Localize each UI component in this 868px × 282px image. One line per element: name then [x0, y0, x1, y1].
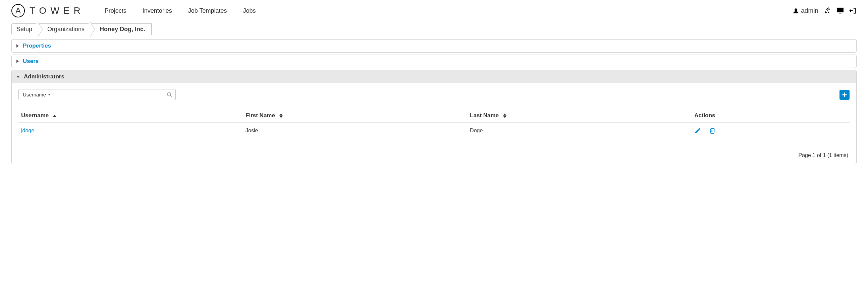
- breadcrumb-organizations[interactable]: Organizations: [39, 24, 92, 35]
- toolbar: Username: [19, 89, 849, 100]
- breadcrumb: Setup Organizations Honey Dog, Inc.: [11, 24, 857, 35]
- user-icon: [793, 8, 799, 14]
- panel-users-title: Users: [23, 58, 38, 65]
- nav-jobs[interactable]: Jobs: [243, 7, 256, 14]
- nav-projects[interactable]: Projects: [105, 7, 126, 14]
- breadcrumb-setup[interactable]: Setup: [11, 24, 39, 35]
- col-actions: Actions: [691, 109, 849, 122]
- caret-down-icon: [17, 76, 20, 78]
- panel-administrators-header[interactable]: Administrators: [12, 70, 856, 83]
- chevron-down-icon: [48, 94, 51, 96]
- panel-administrators-body: Username: [12, 83, 856, 164]
- svg-rect-6: [842, 94, 846, 95]
- caret-right-icon: [17, 44, 19, 47]
- breadcrumb-current[interactable]: Honey Dog, Inc.: [91, 24, 152, 35]
- panel-properties-title: Properties: [23, 42, 51, 49]
- trash-icon[interactable]: [709, 127, 716, 134]
- table-header-row: Username First Name Last Name Actio: [19, 109, 849, 122]
- panel-properties: Properties: [11, 39, 857, 52]
- row-first-name: Josie: [246, 128, 258, 133]
- panel-properties-header[interactable]: Properties: [12, 39, 856, 52]
- svg-line-4: [170, 96, 172, 97]
- sort-icon: [279, 113, 283, 118]
- caret-right-icon: [17, 60, 19, 63]
- row-actions: [694, 127, 847, 134]
- svg-rect-2: [839, 13, 841, 13]
- panel-administrators-title: Administrators: [24, 73, 64, 80]
- add-button[interactable]: [839, 90, 849, 100]
- filter-field-label: Username: [23, 92, 46, 98]
- search-icon[interactable]: [167, 92, 173, 98]
- panel-users-header[interactable]: Users: [12, 55, 856, 68]
- row-last-name: Doge: [470, 128, 483, 133]
- nav-inventories[interactable]: Inventories: [143, 7, 172, 14]
- col-last-name[interactable]: Last Name: [467, 109, 691, 122]
- nav-job-templates[interactable]: Job Templates: [188, 7, 227, 14]
- topbar: A TOWER Projects Inventories Job Templat…: [0, 0, 868, 20]
- sort-icon: [503, 113, 506, 118]
- pagination: Page 1 of 1 (1 items): [19, 152, 849, 158]
- monitor-icon[interactable]: [836, 7, 844, 14]
- row-username-link[interactable]: jdoge: [21, 128, 34, 133]
- logo-text: TOWER: [30, 5, 85, 16]
- panels: Properties Users Administrators Username: [11, 39, 857, 164]
- panel-administrators: Administrators Username: [11, 70, 857, 164]
- topbar-right: admin: [793, 7, 857, 14]
- edit-icon[interactable]: [694, 127, 701, 134]
- logout-icon[interactable]: [849, 7, 857, 14]
- setup-icon[interactable]: [824, 7, 831, 14]
- administrators-table: Username First Name Last Name Actio: [19, 109, 849, 139]
- table-row: jdoge Josie Doge: [19, 122, 849, 139]
- sort-asc-icon: [53, 115, 56, 117]
- main-nav: Projects Inventories Job Templates Jobs: [105, 7, 256, 14]
- logo-icon: A: [11, 4, 25, 17]
- col-first-name[interactable]: First Name: [243, 109, 467, 122]
- svg-rect-1: [837, 8, 843, 12]
- user-menu[interactable]: admin: [793, 7, 818, 14]
- panel-users: Users: [11, 55, 857, 68]
- svg-point-3: [167, 93, 171, 96]
- search-wrap: [55, 89, 176, 100]
- logo[interactable]: A TOWER: [11, 4, 85, 17]
- filter-field-select[interactable]: Username: [19, 89, 55, 100]
- svg-point-0: [795, 8, 798, 11]
- col-username[interactable]: Username: [19, 109, 243, 122]
- filter-group: Username: [19, 89, 176, 100]
- user-name: admin: [801, 7, 818, 14]
- search-input[interactable]: [55, 89, 176, 100]
